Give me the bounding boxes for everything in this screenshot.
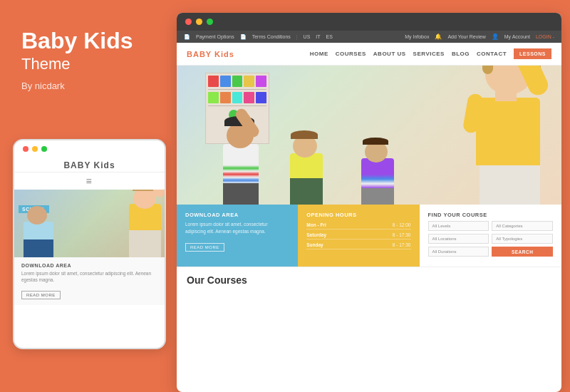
- left-panel: Baby Kids Theme By nicdark BABY Kids ≡ S…: [0, 0, 171, 392]
- nav-contact[interactable]: CONTACT: [477, 51, 507, 57]
- chrome-dot-green[interactable]: [207, 19, 213, 25]
- title-line1: Baby Kids: [21, 29, 150, 53]
- mobile-download-title: DOWNLOAD AREA: [21, 263, 157, 268]
- mobile-top-bar: [14, 140, 165, 158]
- login-link[interactable]: LOGIN -: [536, 34, 554, 39]
- levels-field[interactable]: All Levels: [428, 221, 489, 231]
- courses-section: Our Courses: [177, 267, 561, 293]
- download-text: Lorem ipsum dolor sit amet, consectetur …: [185, 221, 289, 235]
- nav-services[interactable]: SERVICES: [413, 51, 445, 57]
- my-infobox-link[interactable]: My Infobox: [405, 34, 429, 39]
- info-download: DOWNLOAD AREA Lorem ipsum dolor sit amet…: [177, 205, 298, 267]
- nav-links: HOME COURSES ABOUT US SERVICES BLOG CONT…: [310, 48, 551, 59]
- hero-kid-bg2: [287, 133, 326, 205]
- typologies-field[interactable]: All Typologies: [492, 234, 553, 244]
- mobile-dot-yellow: [32, 146, 38, 152]
- lang-it[interactable]: IT: [316, 34, 320, 39]
- lang-us[interactable]: US: [304, 34, 311, 39]
- categories-field[interactable]: All Categories: [492, 221, 553, 231]
- info-hours: OPENING HOURS Mon - Fri 8 - 12:00 Saturd…: [298, 205, 419, 267]
- nav-bar: BABY Kids HOME COURSES ABOUT US SERVICES…: [177, 43, 561, 66]
- nav-home[interactable]: HOME: [310, 51, 328, 57]
- hours-row-1: Mon - Fri 8 - 12:00: [306, 221, 410, 229]
- mobile-download-text: Lorem ipsum dolor sit amet, consectetur …: [21, 270, 157, 283]
- hours-title: OPENING HOURS: [306, 212, 410, 218]
- info-search: Find Your Course All Levels All Categori…: [420, 205, 562, 267]
- payment-options-link[interactable]: Payment Options: [196, 34, 234, 39]
- theme-title: Baby Kids Theme: [21, 29, 150, 73]
- nav-courses[interactable]: COURSES: [336, 51, 366, 57]
- read-more-btn[interactable]: READ MORE: [185, 243, 224, 252]
- by-line: By nicdark: [21, 81, 150, 91]
- utility-bar: 📄 Payment Options 📄 Terms Conditions | U…: [177, 31, 561, 43]
- mobile-dot-green: [41, 146, 47, 152]
- hours-row-3: Sunday 8 - 17:30: [306, 241, 410, 249]
- nav-blog[interactable]: BLOG: [452, 51, 470, 57]
- add-review-link[interactable]: Add Your Review: [447, 34, 485, 39]
- hero-area: [177, 66, 561, 205]
- lang-es[interactable]: ES: [326, 34, 333, 39]
- courses-title: Our Courses: [187, 274, 551, 286]
- mobile-mockup: BABY Kids ≡ SCHOOL DOWNLOAD AREA Lorem i…: [13, 139, 166, 349]
- mobile-download-section: DOWNLOAD AREA Lorem ipsum dolor sit amet…: [14, 257, 165, 305]
- mobile-hero: SCHOOL: [14, 190, 165, 257]
- mobile-menu-icon: ≡: [14, 172, 165, 190]
- utility-left: 📄 Payment Options 📄 Terms Conditions | U…: [184, 34, 333, 40]
- browser-panel: 📄 Payment Options 📄 Terms Conditions | U…: [177, 13, 561, 392]
- mobile-dot-red: [23, 146, 28, 152]
- locations-field[interactable]: All Locations: [428, 234, 489, 244]
- mobile-logo: BABY Kids: [14, 158, 165, 172]
- browser-chrome: [177, 13, 561, 31]
- mobile-read-more-btn[interactable]: READ MORE: [21, 291, 61, 299]
- lessons-button[interactable]: LESSONS: [514, 48, 551, 59]
- durations-field[interactable]: All Durations: [428, 247, 489, 257]
- terms-link[interactable]: Terms Conditions: [252, 34, 291, 39]
- search-fields: All Levels All Categories All Locations …: [428, 221, 554, 257]
- utility-right: My Infobox 🔔 Add Your Review 👤 My Accoun…: [405, 33, 554, 40]
- download-title: DOWNLOAD AREA: [185, 212, 289, 218]
- nav-about[interactable]: ABOUT US: [373, 51, 406, 57]
- hero-kid-bg3: [358, 140, 398, 205]
- title-line2: Theme: [21, 55, 150, 73]
- search-button[interactable]: SEARCH: [492, 247, 553, 257]
- chrome-dot-yellow[interactable]: [196, 19, 202, 25]
- info-section: DOWNLOAD AREA Lorem ipsum dolor sit amet…: [177, 205, 561, 267]
- nav-logo: BABY Kids: [187, 50, 234, 58]
- chrome-dot-red[interactable]: [185, 19, 192, 25]
- hero-kid-bg1: [219, 119, 262, 205]
- hero-kid-main: [465, 69, 558, 205]
- my-account-link[interactable]: My Account: [504, 34, 530, 39]
- hours-row-2: Saturday 8 - 17:30: [306, 231, 410, 239]
- find-course-title: Find Your Course: [428, 212, 554, 218]
